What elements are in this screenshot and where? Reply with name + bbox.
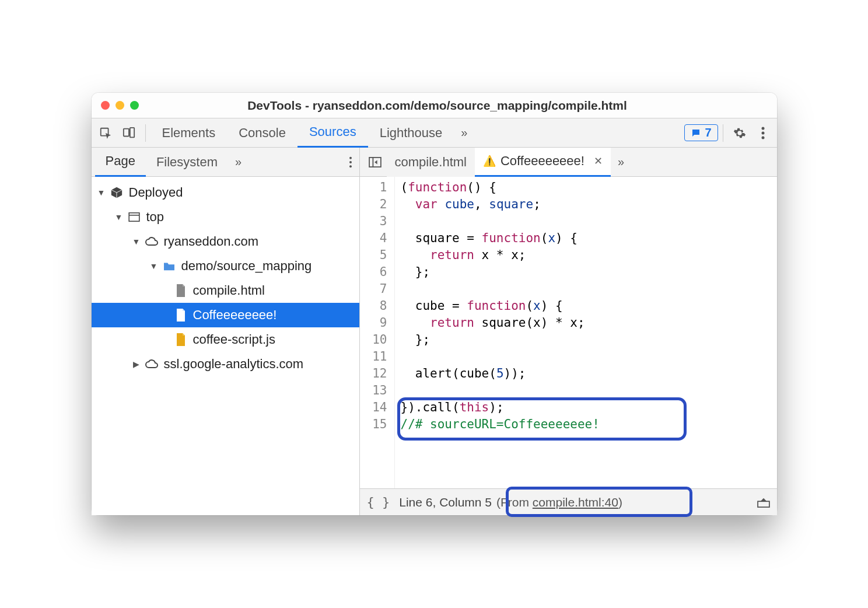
device-toolbar-icon[interactable] bbox=[117, 118, 141, 148]
navigator-more-chevron-icon[interactable]: » bbox=[228, 155, 249, 169]
tab-console[interactable]: Console bbox=[227, 118, 298, 148]
tree-file-compile[interactable]: compile.html bbox=[92, 278, 359, 303]
tree-node-folder[interactable]: ▼ demo/source_mapping bbox=[92, 254, 359, 278]
pretty-print-icon[interactable]: { } bbox=[367, 495, 390, 509]
svg-point-5 bbox=[761, 136, 764, 139]
expand-arrow-icon: ▼ bbox=[97, 188, 106, 197]
code-editor: 123456789101112131415 (function() { var … bbox=[360, 177, 777, 515]
main-toolbar: Elements Console Sources Lighthouse » 7 bbox=[92, 118, 777, 148]
svg-rect-13 bbox=[758, 501, 769, 507]
inspect-element-icon[interactable] bbox=[94, 118, 117, 148]
collapse-arrow-icon: ▶ bbox=[132, 359, 141, 369]
maximize-window-button[interactable] bbox=[130, 101, 139, 110]
file-icon bbox=[173, 284, 188, 297]
tab-lighthouse[interactable]: Lighthouse bbox=[368, 118, 454, 148]
editor-tabstrip: compile.html ⚠️ Coffeeeeeeee! ✕ » bbox=[360, 148, 777, 176]
tab-elements[interactable]: Elements bbox=[150, 118, 228, 148]
feedback-count: 7 bbox=[705, 126, 711, 139]
subtab-page[interactable]: Page bbox=[95, 148, 146, 177]
svg-point-8 bbox=[349, 165, 352, 167]
cloud-icon bbox=[144, 359, 159, 369]
tree-node-deployed[interactable]: ▼ Deployed bbox=[92, 180, 359, 205]
code-area[interactable]: 123456789101112131415 (function() { var … bbox=[360, 177, 777, 488]
settings-gear-icon[interactable] bbox=[728, 118, 751, 148]
tree-file-coffee[interactable]: Coffeeeeeeee! bbox=[92, 303, 359, 327]
frame-icon bbox=[127, 212, 142, 222]
file-navigator: ▼ Deployed ▼ top ▼ ryanseddon.com ▼ demo… bbox=[92, 177, 360, 515]
editor-tab-compile[interactable]: compile.html bbox=[387, 148, 475, 177]
more-tabs-chevron-icon[interactable]: » bbox=[454, 126, 474, 139]
svg-point-3 bbox=[761, 127, 764, 130]
svg-rect-2 bbox=[130, 127, 134, 137]
navigator-tabs: Page Filesystem » bbox=[92, 148, 360, 176]
kebab-menu-icon[interactable] bbox=[751, 118, 775, 148]
warning-icon: ⚠️ bbox=[483, 155, 496, 167]
line-gutter: 123456789101112131415 bbox=[360, 177, 395, 488]
close-window-button[interactable] bbox=[101, 101, 110, 110]
navigator-kebab-icon[interactable] bbox=[342, 156, 359, 168]
tree-file-coffeescript[interactable]: coffee-script.js bbox=[92, 327, 359, 352]
tree-node-analytics[interactable]: ▶ ssl.google-analytics.com bbox=[92, 352, 359, 376]
folder-icon bbox=[162, 261, 177, 271]
svg-point-4 bbox=[761, 131, 764, 134]
close-tab-icon[interactable]: ✕ bbox=[594, 155, 603, 167]
feedback-badge[interactable]: 7 bbox=[684, 124, 718, 141]
subtab-filesystem[interactable]: Filesystem bbox=[146, 148, 228, 177]
source-from: (From compile.html:40) bbox=[496, 495, 622, 509]
expand-arrow-icon: ▼ bbox=[132, 237, 141, 246]
box-icon bbox=[109, 186, 124, 199]
svg-rect-1 bbox=[123, 128, 128, 136]
js-file-icon bbox=[173, 333, 188, 346]
svg-point-7 bbox=[349, 161, 352, 163]
tree-node-top[interactable]: ▼ top bbox=[92, 205, 359, 229]
toggle-navigator-icon[interactable] bbox=[363, 148, 387, 177]
cloud-icon bbox=[144, 237, 159, 246]
svg-point-6 bbox=[349, 156, 352, 159]
traffic-lights bbox=[101, 101, 139, 110]
window-title: DevTools - ryanseddon.com/demo/source_ma… bbox=[139, 99, 736, 113]
source-from-link[interactable]: compile.html:40 bbox=[533, 495, 618, 509]
minimize-window-button[interactable] bbox=[116, 101, 124, 110]
tab-sources[interactable]: Sources bbox=[298, 118, 368, 148]
editor-more-tabs-icon[interactable]: » bbox=[611, 155, 631, 169]
file-icon bbox=[173, 309, 188, 322]
devtools-window: DevTools - ryanseddon.com/demo/source_ma… bbox=[92, 93, 777, 515]
cursor-position: Line 6, Column 5 bbox=[399, 495, 492, 509]
titlebar: DevTools - ryanseddon.com/demo/source_ma… bbox=[92, 93, 777, 118]
sources-body: ▼ Deployed ▼ top ▼ ryanseddon.com ▼ demo… bbox=[92, 177, 777, 515]
svg-rect-11 bbox=[129, 213, 139, 221]
show-debugger-icon[interactable] bbox=[757, 497, 770, 508]
code-content[interactable]: (function() { var cube, square; square =… bbox=[395, 177, 600, 488]
sources-subheader: Page Filesystem » compile.html ⚠️ Coffee… bbox=[92, 148, 777, 177]
expand-arrow-icon: ▼ bbox=[150, 261, 158, 271]
tree-node-domain[interactable]: ▼ ryanseddon.com bbox=[92, 229, 359, 254]
editor-tab-coffee[interactable]: ⚠️ Coffeeeeeeee! ✕ bbox=[475, 148, 611, 177]
feedback-icon bbox=[691, 128, 701, 138]
editor-statusbar: { } Line 6, Column 5 (From compile.html:… bbox=[360, 488, 777, 515]
expand-arrow-icon: ▼ bbox=[115, 212, 123, 222]
